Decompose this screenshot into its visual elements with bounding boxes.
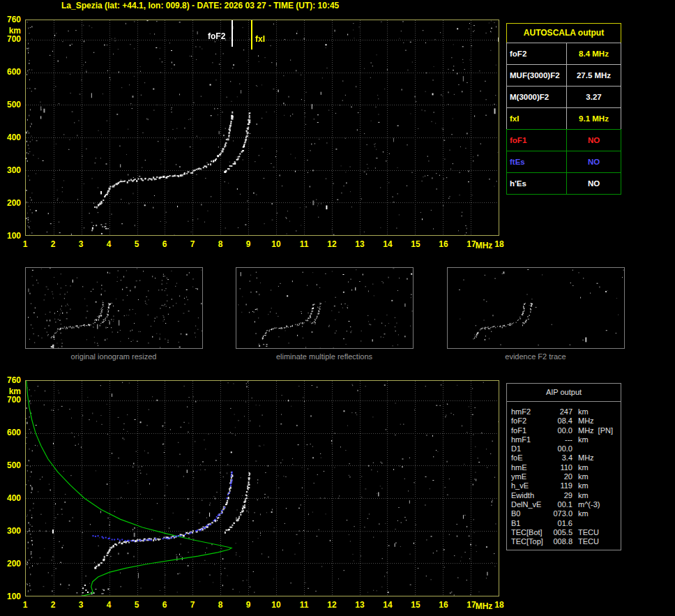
aip-param-value: 00.0 xyxy=(549,426,572,435)
autoscala-param-label: MUF(3000)F2 xyxy=(507,65,567,86)
y-tick-top-500: 500 xyxy=(3,100,21,110)
x-tick-top-1: 1 xyxy=(23,239,28,249)
x-tick-bottom-8: 8 xyxy=(218,600,223,610)
y-tick-top-300: 300 xyxy=(3,165,21,175)
autoscala-table-title: AUTOSCALA output xyxy=(506,23,621,43)
aip-param-value: 08.4 xyxy=(549,416,572,426)
aip-row-foF1: foF100.0MHz[PN] xyxy=(511,426,618,435)
x-tick-top-3: 3 xyxy=(79,239,84,249)
autoscala-param-value: NO xyxy=(567,130,621,151)
x-tick-bottom-3: 3 xyxy=(79,600,84,610)
aip-param-value: 3.4 xyxy=(549,453,572,463)
aip-row-D1: D100.0 xyxy=(511,444,618,453)
autoscala-output-table: AUTOSCALA output foF28.4 MHzMUF(3000)F22… xyxy=(506,23,621,195)
y-tick-top-400: 400 xyxy=(3,133,21,142)
y-tick-top-600: 600 xyxy=(3,67,21,77)
autoscala-row-M(3000)F2: M(3000)F23.27 xyxy=(506,86,621,108)
aip-param-name: foE xyxy=(511,453,549,463)
aip-row-foE: foE3.4MHz xyxy=(511,453,618,463)
aip-param-name: ymE xyxy=(511,472,549,481)
y-axis-unit-bottom: km xyxy=(3,386,21,396)
autoscala-param-value: 8.4 MHz xyxy=(567,43,621,64)
autoscala-param-label: M(3000)F2 xyxy=(507,87,567,107)
aip-param-unit: m^(-3) xyxy=(578,500,600,509)
thumbnail-caption-evidence: evidence F2 trace xyxy=(505,352,566,361)
y-tick-bottom-760: 760 xyxy=(3,375,21,385)
thumbnail-original-ionogram xyxy=(25,267,203,349)
x-tick-bottom-4: 4 xyxy=(107,600,112,610)
thumbnail-caption-eliminate: eliminate multiple reflections xyxy=(276,352,372,361)
autoscala-param-label: foF1 xyxy=(507,130,567,151)
aip-param-unit: MHz xyxy=(578,426,594,435)
aip-param-unit: km xyxy=(578,472,589,481)
x-tick-bottom-10: 10 xyxy=(271,600,280,610)
x-tick-bottom-5: 5 xyxy=(135,600,139,610)
aip-param-name: B1 xyxy=(511,519,549,528)
aip-table-rows: hmF2247kmfoF208.4MHzfoF100.0MHz[PN]hmF1-… xyxy=(507,402,621,546)
aip-param-value: 119 xyxy=(549,481,572,490)
aip-param-name: foF2 xyxy=(511,416,549,426)
autoscala-row-foF1: foF1NO xyxy=(506,129,621,151)
y-tick-bottom-100: 100 xyxy=(3,592,21,601)
autoscala-param-label: ftEs xyxy=(507,151,567,172)
aip-param-value: 29 xyxy=(549,491,572,500)
y-tick-top-760: 760 xyxy=(3,15,21,24)
ionogram-profile-panel xyxy=(25,380,499,596)
x-tick-top-12: 12 xyxy=(327,239,336,249)
x-tick-bottom-12: 12 xyxy=(327,600,336,610)
aip-param-unit: km xyxy=(578,481,589,490)
autoscala-param-value: 9.1 MHz xyxy=(567,108,621,129)
aip-param-name: TEC[Bot] xyxy=(511,528,549,537)
thumbnail-eliminate-canvas xyxy=(236,268,413,348)
y-tick-bottom-300: 300 xyxy=(3,526,21,536)
autoscala-row-MUF(3000)F2: MUF(3000)F227.5 MHz xyxy=(506,64,621,87)
aip-output-table: AIP output hmF2247kmfoF208.4MHzfoF100.0M… xyxy=(506,383,621,550)
x-tick-bottom-1: 1 xyxy=(23,600,28,610)
aip-row-h_vE: h_vE119km xyxy=(511,481,618,490)
aip-param-name: hmE xyxy=(511,463,549,472)
aip-param-unit: km xyxy=(578,407,589,416)
autoscala-param-label: foF2 xyxy=(507,43,567,64)
y-tick-bottom-400: 400 xyxy=(3,493,21,503)
x-tick-bottom-16: 16 xyxy=(439,600,448,610)
x-tick-top-5: 5 xyxy=(135,239,139,249)
thumbnail-evidence-canvas xyxy=(448,268,624,348)
y-tick-bottom-600: 600 xyxy=(3,428,21,437)
x-tick-top-15: 15 xyxy=(411,239,420,249)
aip-param-unit: km xyxy=(578,491,589,500)
aip-row-DelN_vE: DelN_vE00.1m^(-3) xyxy=(511,500,618,509)
thumbnail-caption-original: original ionogram resized xyxy=(71,352,157,361)
x-tick-top-2: 2 xyxy=(51,239,56,249)
aip-param-value: 005.5 xyxy=(549,528,572,537)
x-tick-bottom-9: 9 xyxy=(246,600,251,610)
aip-param-value: 247 xyxy=(549,407,572,416)
aip-row-TEC[Top]: TEC[Top]008.8TECU xyxy=(511,537,618,546)
aip-param-name: h_vE xyxy=(511,481,549,490)
aip-param-value: --- xyxy=(549,435,572,444)
aip-param-name: hmF2 xyxy=(511,407,549,416)
fxI-marker-line xyxy=(251,20,252,50)
thumbnail-original-canvas xyxy=(26,268,202,348)
aip-param-value: 00.0 xyxy=(549,444,572,453)
x-tick-bottom-11: 11 xyxy=(300,600,309,610)
fxI-marker-label: fxI xyxy=(255,34,265,44)
aip-param-unit: TECU xyxy=(578,528,599,537)
aip-row-ymE: ymE20km xyxy=(511,472,618,481)
autoscala-row-foF2: foF28.4 MHz xyxy=(506,43,621,65)
aip-param-unit: km xyxy=(578,435,589,444)
aip-param-name: D1 xyxy=(511,444,549,453)
thumbnail-eliminate-reflections xyxy=(236,267,414,349)
aip-param-name: hmF1 xyxy=(511,435,549,444)
x-tick-top-7: 7 xyxy=(190,239,195,249)
aip-param-unit: km xyxy=(578,509,589,518)
aip-param-unit: MHz xyxy=(578,416,594,426)
x-tick-bottom-18: 18 xyxy=(494,600,503,610)
aip-table-title: AIP output xyxy=(507,384,621,402)
aip-param-name: DelN_vE xyxy=(511,500,549,509)
aip-row-hmE: hmE110km xyxy=(511,463,618,472)
foF2-marker-label: foF2 xyxy=(208,31,225,41)
autoscala-param-value: NO xyxy=(567,173,621,194)
autoscala-param-value: 27.5 MHz xyxy=(567,65,621,86)
x-tick-bottom-14: 14 xyxy=(383,600,392,610)
x-tick-top-11: 11 xyxy=(300,239,309,249)
